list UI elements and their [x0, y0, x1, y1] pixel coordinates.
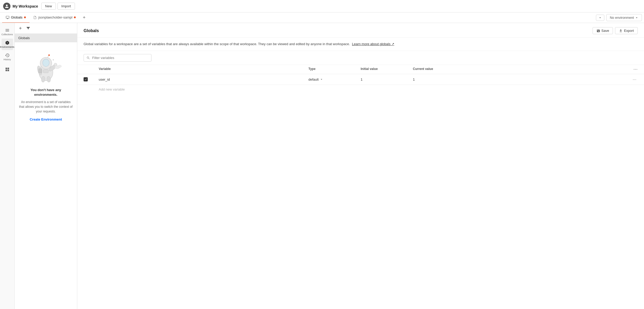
svg-point-14 [58, 65, 61, 68]
astronaut-illustration [28, 49, 64, 85]
col-header-type: Type [308, 67, 361, 72]
variables-table: Variable Type Initial value Current valu… [77, 65, 644, 309]
create-environment-link[interactable]: Create Environment [30, 117, 62, 121]
col-header-current-value: Current value [413, 67, 625, 72]
svg-rect-8 [39, 69, 42, 73]
row-type[interactable]: default [308, 78, 361, 81]
check-icon [84, 78, 87, 81]
environment-icon [5, 40, 10, 45]
user-avatar [3, 3, 10, 10]
sidebar-item-environments[interactable]: Environments [2, 39, 13, 50]
new-button[interactable]: New [41, 3, 56, 10]
save-icon [596, 29, 600, 33]
history-label: History [3, 58, 11, 61]
filter-icon [26, 26, 30, 30]
filter-environments-button[interactable] [25, 25, 31, 31]
empty-state-desc: An environment is a set of variables tha… [19, 100, 73, 114]
col-header-checkbox [84, 67, 97, 72]
import-button[interactable]: Import [57, 3, 75, 10]
col-header-initial-value: Initial value [361, 67, 413, 72]
col-header-variable: Variable [97, 67, 308, 72]
no-environment-select[interactable]: No environment [606, 14, 642, 21]
export-icon [619, 29, 623, 33]
no-env-chevron-icon [635, 16, 639, 20]
filter-variables-input[interactable] [92, 56, 149, 60]
filter-variables-wrap [84, 54, 151, 62]
workspace-area: My Workspace [3, 3, 38, 10]
plus-icon [18, 26, 22, 30]
sidebar-item-mock[interactable] [2, 64, 13, 75]
svg-point-12 [52, 59, 54, 60]
file-icon [33, 16, 37, 19]
add-tab-icon: + [83, 15, 86, 20]
save-button[interactable]: Save [593, 27, 613, 34]
monitor-icon [6, 16, 9, 19]
tab-jsonplaceholder-label: jsonplaecholder-sampl [38, 15, 72, 19]
export-button[interactable]: Export [615, 27, 638, 34]
row-more-button[interactable]: ··· [625, 76, 638, 82]
empty-state: You don't have any environments. An envi… [15, 42, 77, 126]
globals-panel-item[interactable]: Globals [15, 34, 77, 42]
svg-rect-9 [43, 70, 48, 73]
empty-state-title: You don't have any environments. [19, 88, 73, 97]
svg-line-10 [47, 56, 49, 58]
row-initial-value: 1 [361, 78, 413, 81]
tab-globals-label: Globals [11, 15, 22, 19]
environments-label: Environments [0, 46, 14, 48]
sidebar-item-history[interactable]: History [2, 51, 13, 63]
row-checkbox[interactable] [84, 77, 97, 81]
chevron-down-icon [598, 16, 602, 20]
row-variable-name: user_id [97, 78, 308, 81]
tab-globals-dot [24, 16, 26, 18]
learn-more-link[interactable]: Learn more about globals ↗ [352, 42, 394, 46]
add-variable-row[interactable]: Add new variable [77, 85, 644, 94]
grid-icon [5, 67, 10, 72]
collections-icon [5, 28, 10, 33]
collections-label: Collections [1, 33, 13, 36]
add-environment-button[interactable] [17, 25, 24, 31]
globals-description: Global variables for a workspace are a s… [77, 38, 644, 51]
add-tab-button[interactable]: + [80, 14, 88, 22]
tab-overflow-dropdown[interactable] [596, 15, 604, 21]
tab-jsonplaceholder-dot [74, 16, 76, 18]
workspace-name: My Workspace [13, 4, 38, 8]
table-row: user_id default 1 1 ··· [77, 74, 644, 85]
search-icon [86, 56, 90, 60]
add-variable-label[interactable]: Add new variable [99, 87, 125, 91]
globals-page-title: Globals [84, 28, 99, 33]
tab-globals[interactable]: Globals [2, 13, 30, 23]
sidebar-item-collections[interactable]: Collections [2, 26, 13, 38]
col-header-actions: ··· [625, 67, 638, 72]
tab-jsonplaceholder[interactable]: jsonplaecholder-sampl [30, 13, 79, 23]
svg-point-11 [48, 54, 50, 56]
no-environment-label: No environment [610, 16, 634, 20]
svg-point-2 [43, 59, 49, 67]
history-icon [5, 53, 10, 58]
row-current-value: 1 [413, 78, 625, 81]
type-chevron-icon [320, 78, 323, 81]
